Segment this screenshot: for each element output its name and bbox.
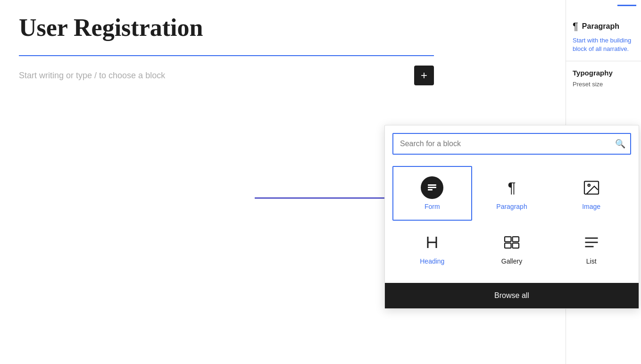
svg-rect-7 — [505, 237, 511, 242]
block-item-list[interactable]: List — [551, 221, 631, 275]
image-label: Image — [582, 203, 600, 210]
svg-rect-4 — [428, 189, 433, 190]
block-item-paragraph[interactable]: ¶ Paragraph — [472, 166, 552, 221]
blocks-grid: Form ¶ Paragraph Image — [385, 160, 639, 281]
pilcrow-icon: ¶ — [573, 20, 578, 33]
plus-icon: + — [421, 70, 427, 81]
block-item-gallery[interactable]: Gallery — [472, 221, 552, 275]
page-title: User Registration — [19, 14, 547, 41]
search-wrapper: 🔍 — [392, 133, 631, 155]
gallery-label: Gallery — [501, 257, 522, 265]
gallery-icon — [500, 231, 523, 254]
form-label: Form — [425, 203, 440, 210]
search-icon: 🔍 — [615, 139, 625, 149]
panel-typography-title: Typography — [573, 69, 634, 77]
form-icon-inner — [421, 176, 443, 199]
search-input[interactable] — [392, 133, 631, 155]
divider — [19, 55, 434, 56]
panel-preset-size: Preset size — [573, 81, 634, 88]
panel-typography-section: Typography Preset size — [566, 61, 641, 95]
list-icon — [580, 231, 603, 254]
panel-paragraph-desc: Start with the building block of all nar… — [573, 36, 634, 53]
panel-paragraph-section: ¶ Paragraph Start with the building bloc… — [566, 16, 641, 61]
editor-area: Start writing or type / to choose a bloc… — [19, 66, 434, 85]
search-container: 🔍 — [385, 125, 639, 160]
svg-rect-10 — [512, 243, 519, 248]
paragraph-label: Paragraph — [496, 203, 527, 210]
panel-paragraph-title: Paragraph — [582, 22, 619, 31]
browse-all-bar[interactable]: Browse all — [385, 283, 639, 308]
block-picker-popup: 🔍 Form ¶ Paragraph — [384, 125, 639, 309]
block-item-heading[interactable]: Heading — [392, 221, 472, 275]
panel-accent-bar — [617, 5, 636, 6]
list-label: List — [586, 257, 597, 265]
panel-paragraph-header: ¶ Paragraph — [573, 20, 634, 33]
form-icon — [421, 176, 443, 199]
svg-rect-3 — [428, 187, 436, 188]
block-item-form[interactable]: Form — [392, 166, 472, 221]
svg-rect-2 — [428, 184, 436, 186]
editor-placeholder-text: Start writing or type / to choose a bloc… — [19, 71, 165, 81]
block-item-image[interactable]: Image — [551, 166, 631, 221]
paragraph-icon: ¶ — [500, 176, 523, 199]
add-block-button[interactable]: + — [414, 66, 434, 85]
heading-label: Heading — [420, 257, 444, 265]
image-icon — [580, 176, 603, 199]
svg-rect-9 — [505, 243, 511, 248]
browse-all-label: Browse all — [494, 291, 529, 299]
heading-icon — [421, 231, 443, 254]
svg-rect-8 — [512, 237, 519, 242]
svg-point-6 — [588, 184, 590, 187]
